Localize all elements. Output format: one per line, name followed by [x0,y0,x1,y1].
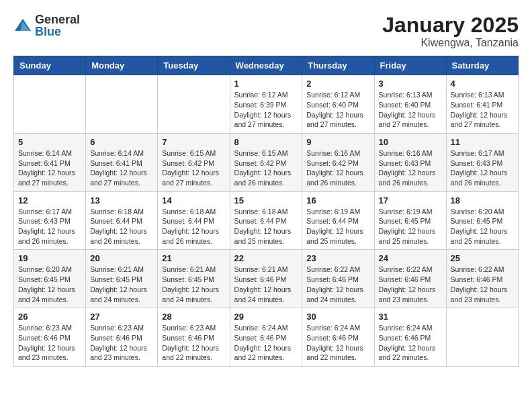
day-info: Sunrise: 6:24 AM Sunset: 6:46 PM Dayligh… [379,323,442,363]
day-info: Sunrise: 6:14 AM Sunset: 6:41 PM Dayligh… [90,148,153,188]
day-info: Sunrise: 6:18 AM Sunset: 6:44 PM Dayligh… [162,207,225,246]
logo-text-general: General [35,13,80,26]
day-info: Sunrise: 6:15 AM Sunset: 6:42 PM Dayligh… [234,148,298,188]
weekday-header-thursday: Thursday [302,56,374,75]
day-number: 6 [90,137,153,147]
day-number: 15 [234,195,298,205]
day-number: 10 [379,137,442,147]
day-info: Sunrise: 6:21 AM Sunset: 6:45 PM Dayligh… [90,265,153,304]
logo-text-blue: Blue [35,26,80,38]
day-number: 26 [18,312,81,322]
calendar-day-10: 10Sunrise: 6:16 AM Sunset: 6:43 PM Dayli… [374,133,446,191]
calendar-day-3: 3Sunrise: 6:13 AM Sunset: 6:40 PM Daylig… [374,75,446,134]
calendar-day-30: 30Sunrise: 6:24 AM Sunset: 6:46 PM Dayli… [302,308,374,367]
calendar-empty-cell [14,75,86,134]
day-info: Sunrise: 6:24 AM Sunset: 6:46 PM Dayligh… [234,323,298,363]
calendar-day-17: 17Sunrise: 6:19 AM Sunset: 6:45 PM Dayli… [374,191,446,250]
calendar-day-16: 16Sunrise: 6:19 AM Sunset: 6:44 PM Dayli… [302,191,374,250]
calendar-day-21: 21Sunrise: 6:21 AM Sunset: 6:45 PM Dayli… [158,250,230,308]
calendar-day-13: 13Sunrise: 6:18 AM Sunset: 6:44 PM Dayli… [86,191,158,250]
calendar-day-19: 19Sunrise: 6:20 AM Sunset: 6:45 PM Dayli… [14,250,86,308]
day-info: Sunrise: 6:18 AM Sunset: 6:44 PM Dayligh… [234,207,298,246]
title-area: January 2025 Kiwengwa, Tanzania [382,13,519,49]
day-info: Sunrise: 6:23 AM Sunset: 6:46 PM Dayligh… [162,323,225,363]
calendar-week-row: 19Sunrise: 6:20 AM Sunset: 6:45 PM Dayli… [14,250,519,308]
calendar-day-12: 12Sunrise: 6:17 AM Sunset: 6:43 PM Dayli… [14,191,86,250]
month-title: January 2025 [382,13,519,37]
day-number: 21 [162,253,225,263]
header: General Blue January 2025 Kiwengwa, Tanz… [13,13,519,49]
day-number: 27 [90,312,153,322]
logo: General Blue [13,13,80,38]
logo-icon [13,16,32,35]
calendar-day-9: 9Sunrise: 6:16 AM Sunset: 6:42 PM Daylig… [302,133,374,191]
calendar-day-6: 6Sunrise: 6:14 AM Sunset: 6:41 PM Daylig… [86,133,158,191]
day-info: Sunrise: 6:18 AM Sunset: 6:44 PM Dayligh… [90,207,153,246]
day-info: Sunrise: 6:23 AM Sunset: 6:46 PM Dayligh… [18,323,81,363]
day-info: Sunrise: 6:22 AM Sunset: 6:46 PM Dayligh… [451,265,514,304]
day-number: 29 [234,312,298,322]
calendar-empty-cell [158,75,230,134]
day-info: Sunrise: 6:23 AM Sunset: 6:46 PM Dayligh… [90,323,153,363]
calendar-day-8: 8Sunrise: 6:15 AM Sunset: 6:42 PM Daylig… [230,133,302,191]
day-info: Sunrise: 6:24 AM Sunset: 6:46 PM Dayligh… [306,323,369,363]
calendar-empty-cell [446,308,518,367]
calendar-day-25: 25Sunrise: 6:22 AM Sunset: 6:46 PM Dayli… [446,250,518,308]
calendar-week-row: 12Sunrise: 6:17 AM Sunset: 6:43 PM Dayli… [14,191,519,250]
calendar-day-7: 7Sunrise: 6:15 AM Sunset: 6:42 PM Daylig… [158,133,230,191]
day-number: 17 [379,195,442,205]
day-info: Sunrise: 6:22 AM Sunset: 6:46 PM Dayligh… [306,265,369,304]
day-number: 18 [451,195,514,205]
day-info: Sunrise: 6:21 AM Sunset: 6:46 PM Dayligh… [234,265,298,304]
calendar-week-row: 5Sunrise: 6:14 AM Sunset: 6:41 PM Daylig… [14,133,519,191]
calendar-day-28: 28Sunrise: 6:23 AM Sunset: 6:46 PM Dayli… [158,308,230,367]
calendar-header-row: SundayMondayTuesdayWednesdayThursdayFrid… [14,56,519,75]
day-info: Sunrise: 6:20 AM Sunset: 6:45 PM Dayligh… [18,265,81,304]
day-number: 16 [306,195,369,205]
day-info: Sunrise: 6:21 AM Sunset: 6:45 PM Dayligh… [162,265,225,304]
day-number: 31 [379,312,442,322]
calendar-day-26: 26Sunrise: 6:23 AM Sunset: 6:46 PM Dayli… [14,308,86,367]
day-info: Sunrise: 6:17 AM Sunset: 6:43 PM Dayligh… [451,148,514,188]
day-number: 20 [90,253,153,263]
calendar-week-row: 26Sunrise: 6:23 AM Sunset: 6:46 PM Dayli… [14,308,519,367]
weekday-header-monday: Monday [86,56,158,75]
calendar-day-22: 22Sunrise: 6:21 AM Sunset: 6:46 PM Dayli… [230,250,302,308]
day-info: Sunrise: 6:15 AM Sunset: 6:42 PM Dayligh… [162,148,225,188]
day-number: 3 [379,79,442,89]
day-number: 30 [306,312,369,322]
calendar-day-15: 15Sunrise: 6:18 AM Sunset: 6:44 PM Dayli… [230,191,302,250]
calendar-day-11: 11Sunrise: 6:17 AM Sunset: 6:43 PM Dayli… [446,133,518,191]
day-number: 22 [234,253,298,263]
day-number: 9 [306,137,369,147]
weekday-header-sunday: Sunday [14,56,86,75]
day-info: Sunrise: 6:22 AM Sunset: 6:46 PM Dayligh… [379,265,442,304]
day-info: Sunrise: 6:13 AM Sunset: 6:40 PM Dayligh… [379,90,442,130]
weekday-header-tuesday: Tuesday [158,56,230,75]
calendar-day-5: 5Sunrise: 6:14 AM Sunset: 6:41 PM Daylig… [14,133,86,191]
day-info: Sunrise: 6:12 AM Sunset: 6:39 PM Dayligh… [234,90,298,130]
weekday-header-saturday: Saturday [446,56,518,75]
day-number: 12 [18,195,81,205]
day-info: Sunrise: 6:19 AM Sunset: 6:45 PM Dayligh… [379,207,442,246]
day-number: 2 [306,79,369,89]
day-number: 11 [451,137,514,147]
day-info: Sunrise: 6:20 AM Sunset: 6:45 PM Dayligh… [451,207,514,246]
calendar-empty-cell [86,75,158,134]
day-number: 1 [234,79,298,89]
calendar-day-18: 18Sunrise: 6:20 AM Sunset: 6:45 PM Dayli… [446,191,518,250]
day-number: 24 [379,253,442,263]
calendar-day-2: 2Sunrise: 6:12 AM Sunset: 6:40 PM Daylig… [302,75,374,134]
calendar-day-29: 29Sunrise: 6:24 AM Sunset: 6:46 PM Dayli… [230,308,302,367]
day-number: 19 [18,253,81,263]
calendar-day-4: 4Sunrise: 6:13 AM Sunset: 6:41 PM Daylig… [446,75,518,134]
calendar-day-31: 31Sunrise: 6:24 AM Sunset: 6:46 PM Dayli… [374,308,446,367]
calendar-day-24: 24Sunrise: 6:22 AM Sunset: 6:46 PM Dayli… [374,250,446,308]
day-info: Sunrise: 6:19 AM Sunset: 6:44 PM Dayligh… [306,207,369,246]
day-number: 28 [162,312,225,322]
weekday-header-friday: Friday [374,56,446,75]
day-number: 13 [90,195,153,205]
day-info: Sunrise: 6:12 AM Sunset: 6:40 PM Dayligh… [306,90,369,130]
calendar: SundayMondayTuesdayWednesdayThursdayFrid… [13,56,519,367]
day-number: 14 [162,195,225,205]
